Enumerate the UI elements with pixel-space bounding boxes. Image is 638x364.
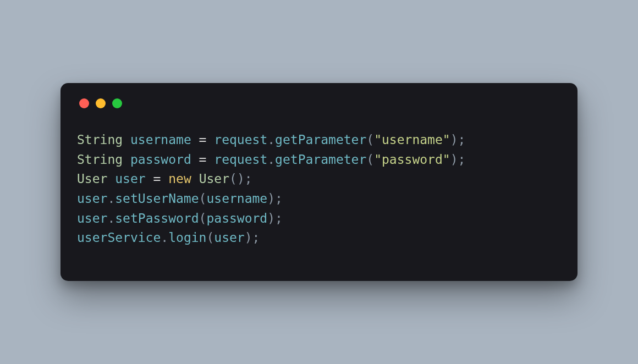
token-var: password	[130, 152, 191, 167]
token-obj: user	[77, 211, 107, 225]
token-punc: (	[366, 133, 374, 147]
token-obj: userService	[77, 230, 161, 245]
token-var: user	[115, 172, 145, 186]
token-arg: user	[214, 230, 244, 245]
token-punc: ;	[252, 230, 260, 245]
token-arg: password	[206, 211, 267, 225]
token-keyword: new	[168, 172, 191, 186]
token-punc: ;	[275, 211, 283, 225]
token-string: "username"	[374, 133, 450, 147]
code-line: User user = new User();	[77, 172, 252, 186]
minimize-icon[interactable]	[96, 98, 106, 108]
token-var: username	[130, 133, 191, 147]
token-punc: )	[450, 152, 458, 167]
close-icon[interactable]	[79, 98, 89, 108]
zoom-icon[interactable]	[112, 98, 122, 108]
token-op: =	[199, 133, 207, 147]
token-punc: (	[366, 152, 374, 167]
token-punc: )	[237, 172, 245, 186]
token-punc: ;	[458, 152, 466, 167]
token-method: getParameter	[275, 152, 366, 167]
token-obj: request	[214, 133, 267, 147]
token-method: getParameter	[275, 133, 366, 147]
token-punc: .	[107, 211, 115, 225]
token-op: =	[199, 152, 207, 167]
token-punc: (	[199, 211, 207, 225]
token-method: setPassword	[115, 211, 199, 225]
token-method: setUserName	[115, 191, 199, 206]
token-punc: .	[161, 230, 168, 245]
token-type: String	[77, 133, 123, 147]
token-punc: .	[267, 133, 275, 147]
token-type: String	[77, 152, 123, 167]
token-punc: .	[107, 191, 115, 206]
code-line: String password = request.getParameter("…	[77, 152, 465, 167]
token-punc: ;	[458, 133, 466, 147]
token-punc: ;	[275, 191, 283, 206]
code-line: userService.login(user);	[77, 230, 260, 245]
token-punc: .	[267, 152, 275, 167]
token-method: login	[168, 230, 206, 245]
token-punc: )	[245, 230, 252, 245]
token-punc: (	[229, 172, 237, 186]
token-string: "password"	[374, 152, 450, 167]
code-line: String username = request.getParameter("…	[77, 133, 465, 147]
token-arg: username	[206, 191, 267, 206]
code-line: user.setPassword(password);	[77, 211, 283, 225]
traffic-lights	[77, 98, 561, 108]
token-type: User	[77, 172, 107, 186]
code-line: user.setUserName(username);	[77, 191, 283, 206]
token-punc: (	[206, 230, 214, 245]
token-punc: )	[267, 191, 275, 206]
token-obj: request	[214, 152, 267, 167]
code-block: String username = request.getParameter("…	[77, 130, 561, 248]
token-obj: user	[77, 191, 107, 206]
token-punc: ;	[245, 172, 252, 186]
token-punc: (	[199, 191, 207, 206]
code-window: String username = request.getParameter("…	[61, 83, 578, 281]
token-op: =	[153, 172, 161, 186]
token-punc: )	[450, 133, 458, 147]
token-ctor: User	[199, 172, 229, 186]
token-punc: )	[267, 211, 275, 225]
